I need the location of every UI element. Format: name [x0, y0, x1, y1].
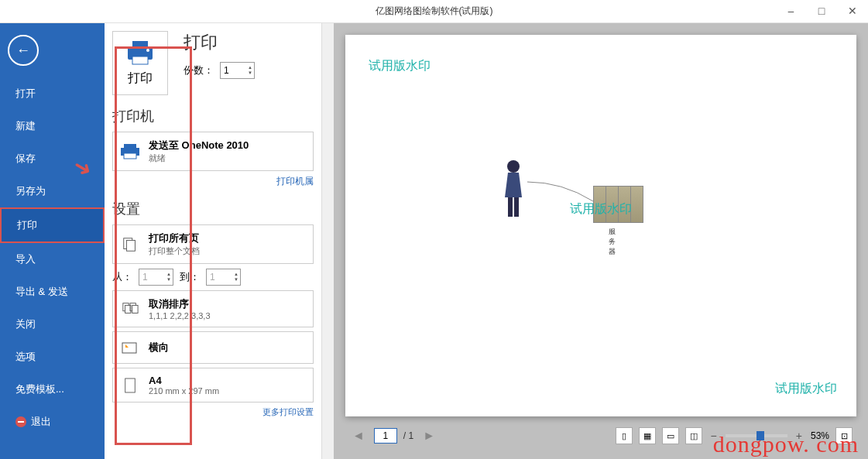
- collate-sub: 1,1,1 2,2,2 3,3,3: [149, 311, 211, 320]
- printer-properties-link[interactable]: 打印机属: [112, 175, 314, 188]
- watermark-text: 试用版水印: [775, 381, 837, 397]
- view-single-button[interactable]: ▯: [616, 427, 633, 444]
- svg-rect-18: [514, 197, 519, 217]
- copies-input[interactable]: [224, 65, 243, 76]
- svg-rect-0: [132, 41, 148, 47]
- svg-point-16: [507, 160, 520, 173]
- pages-icon: [119, 235, 141, 254]
- printer-status: 就绪: [149, 152, 249, 164]
- page-number-input[interactable]: [374, 428, 397, 444]
- zoom-percent: 53%: [811, 430, 829, 441]
- sidebar-item-close[interactable]: 关闭: [0, 308, 105, 341]
- svg-rect-12: [132, 305, 138, 313]
- print-preview-panel: 试用版水印 试用版水印 试用版水印 服务器 ◄ / 1 ► ▯ ▦ ▭ ◫ − …: [334, 23, 868, 459]
- preview-page: 试用版水印 试用版水印 试用版水印 服务器: [345, 35, 856, 416]
- from-spinner[interactable]: ▲▼: [139, 269, 173, 286]
- prev-page-button[interactable]: ◄: [349, 429, 368, 443]
- exit-icon: [15, 416, 26, 427]
- svg-rect-15: [125, 379, 136, 392]
- printer-section-title: 打印机: [112, 107, 314, 125]
- settings-section-title: 设置: [112, 200, 314, 218]
- zoom-fit-button[interactable]: ⊡: [835, 427, 853, 444]
- svg-rect-4: [124, 144, 136, 148]
- printer-icon: [125, 39, 156, 67]
- backstage-sidebar: ← 打开 新建 保存 另存为 打印 导入 导出 & 发送 关闭 选项 免费模板.…: [0, 23, 105, 459]
- zoom-in-button[interactable]: +: [794, 430, 805, 442]
- sidebar-item-open[interactable]: 打开: [0, 77, 105, 110]
- more-print-settings-link[interactable]: 更多打印设置: [112, 406, 314, 418]
- sidebar-item-export[interactable]: 导出 & 发送: [0, 276, 105, 308]
- server-label: 服务器: [609, 227, 616, 257]
- titlebar: 亿图网络图绘制软件(试用版) ‒ □ ✕: [0, 0, 868, 23]
- back-button[interactable]: ←: [8, 35, 39, 66]
- print-settings-panel: 打印 打印 份数： ▲▼ 打印机 发送至 OneNote 2010 就绪: [105, 23, 321, 459]
- copies-label: 份数：: [184, 63, 214, 77]
- orientation-title: 横向: [149, 341, 169, 355]
- watermark-text: 试用版水印: [369, 58, 431, 74]
- view-width-button[interactable]: ◫: [685, 427, 702, 444]
- printer-name: 发送至 OneNote 2010: [149, 139, 249, 152]
- sidebar-item-saveas[interactable]: 另存为: [0, 175, 105, 207]
- svg-rect-8: [126, 240, 135, 251]
- paper-sub: 210 mm x 297 mm: [149, 386, 219, 396]
- print-all-title: 打印所有页: [149, 231, 200, 245]
- svg-rect-6: [124, 153, 136, 159]
- paper-icon: [119, 376, 141, 395]
- svg-rect-2: [132, 57, 148, 64]
- window-title: 亿图网络图绘制软件(试用版): [376, 5, 493, 18]
- collate-selector[interactable]: 取消排序 1,1,1 2,2,2 3,3,3: [112, 290, 314, 327]
- maximize-button[interactable]: □: [806, 0, 837, 22]
- zoom-out-button[interactable]: −: [708, 430, 719, 442]
- orientation-icon: [119, 338, 141, 357]
- sidebar-item-new[interactable]: 新建: [0, 110, 105, 142]
- view-multi-button[interactable]: ▦: [639, 427, 656, 444]
- watermark-text: 试用版水印: [570, 201, 632, 218]
- center-scrollbar[interactable]: [321, 23, 334, 459]
- to-spinner[interactable]: ▲▼: [206, 269, 241, 286]
- copies-spinner[interactable]: ▲▼: [220, 62, 255, 79]
- sidebar-item-templates[interactable]: 免费模板...: [0, 373, 105, 406]
- sidebar-item-import[interactable]: 导入: [0, 243, 105, 276]
- sidebar-item-options[interactable]: 选项: [0, 341, 105, 373]
- print-button[interactable]: 打印: [112, 31, 168, 95]
- window-controls: ‒ □ ✕: [775, 0, 868, 22]
- svg-rect-17: [508, 197, 513, 217]
- paper-selector[interactable]: A4 210 mm x 297 mm: [112, 368, 314, 402]
- print-button-label: 打印: [128, 70, 153, 87]
- sidebar-item-print[interactable]: 打印: [0, 207, 105, 243]
- page-total: / 1: [403, 430, 413, 441]
- person-icon: [500, 159, 527, 221]
- close-button[interactable]: ✕: [837, 0, 868, 22]
- zoom-slider[interactable]: [726, 434, 787, 437]
- exit-label: 退出: [31, 415, 51, 429]
- sidebar-item-save[interactable]: 保存: [0, 142, 105, 175]
- print-all-sub: 打印整个文档: [149, 245, 200, 257]
- svg-rect-13: [122, 343, 136, 353]
- printer-selector[interactable]: 发送至 OneNote 2010 就绪: [112, 132, 314, 171]
- print-header: 打印: [184, 31, 255, 54]
- to-label: 到：: [180, 270, 200, 284]
- printer-small-icon: [119, 142, 141, 161]
- paper-title: A4: [149, 375, 219, 386]
- sidebar-item-exit[interactable]: 退出: [0, 406, 105, 438]
- collate-icon: [119, 300, 141, 318]
- collate-title: 取消排序: [149, 297, 211, 311]
- minimize-button[interactable]: ‒: [775, 0, 806, 22]
- print-range-selector[interactable]: 打印所有页 打印整个文档: [112, 224, 314, 264]
- svg-point-3: [146, 49, 149, 52]
- next-page-button[interactable]: ►: [420, 429, 438, 443]
- orientation-selector[interactable]: 横向: [112, 331, 314, 364]
- preview-toolbar: ◄ / 1 ► ▯ ▦ ▭ ◫ − + 53% ⊡: [345, 424, 856, 447]
- view-fit-button[interactable]: ▭: [662, 427, 679, 444]
- from-label: 从：: [112, 270, 132, 284]
